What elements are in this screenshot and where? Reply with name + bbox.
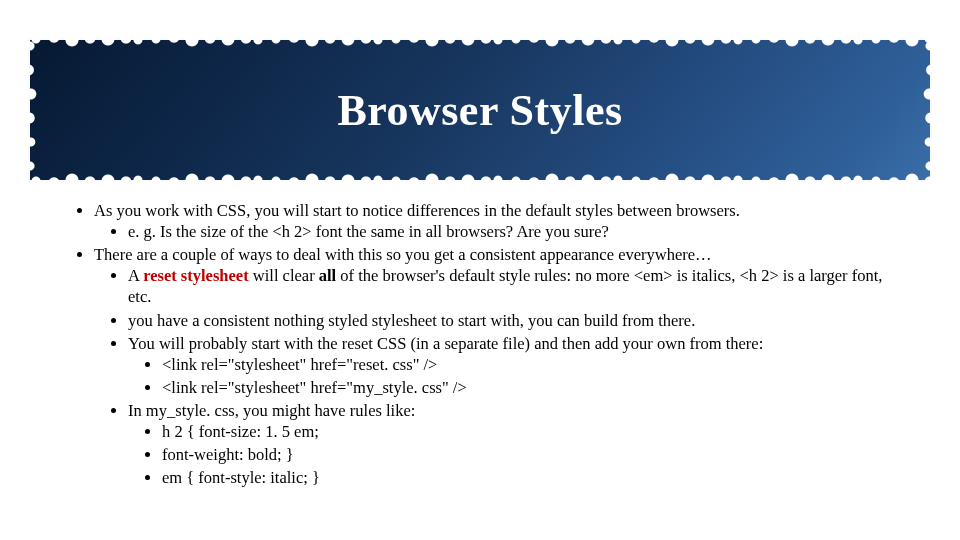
bullet-text: e. g. Is the size of the <h 2> font the … [128, 222, 609, 241]
bullet-text: h 2 { font-size: 1. 5 em; [162, 422, 319, 441]
bullet-text: In my_style. css, you might have rules l… [128, 401, 415, 420]
bullet-text: em { font-style: italic; } [162, 468, 320, 487]
bullet-l3: h 2 { font-size: 1. 5 em; [162, 421, 900, 442]
bullet-l2: e. g. Is the size of the <h 2> font the … [128, 221, 900, 242]
bullet-l1: As you work with CSS, you will start to … [94, 200, 900, 242]
bullet-l1: There are a couple of ways to deal with … [94, 244, 900, 488]
bullet-l3: <link rel="stylesheet" href="my_style. c… [162, 377, 900, 398]
bullet-l3: em { font-style: italic; } [162, 467, 900, 488]
bullet-text: <link rel="stylesheet" href="my_style. c… [162, 378, 467, 397]
bullet-l3: <link rel="stylesheet" href="reset. css"… [162, 354, 900, 375]
bullet-text: <link rel="stylesheet" href="reset. css"… [162, 355, 437, 374]
slide-title: Browser Styles [337, 85, 622, 136]
bullet-text: will clear [249, 266, 319, 285]
banner-edge-right [922, 34, 938, 186]
bullet-l2: In my_style. css, you might have rules l… [128, 400, 900, 488]
banner-edge-left [22, 34, 38, 186]
bullet-l2: You will probably start with the reset C… [128, 333, 900, 398]
bullet-text: There are a couple of ways to deal with … [94, 245, 712, 264]
slide-body: As you work with CSS, you will start to … [0, 200, 960, 488]
bullet-text: you have a consistent nothing styled sty… [128, 311, 695, 330]
bullet-l2: A reset stylesheet will clear all of the… [128, 265, 900, 307]
bullet-text: font-weight: bold; } [162, 445, 294, 464]
bullet-l3: font-weight: bold; } [162, 444, 900, 465]
bullet-l2: you have a consistent nothing styled sty… [128, 310, 900, 331]
bullet-text: You will probably start with the reset C… [128, 334, 763, 353]
bullet-text: As you work with CSS, you will start to … [94, 201, 740, 220]
highlight-term: reset stylesheet [143, 266, 249, 285]
bold-word: all [319, 266, 336, 285]
title-banner: Browser Styles [30, 40, 930, 180]
bullet-text: A [128, 266, 143, 285]
